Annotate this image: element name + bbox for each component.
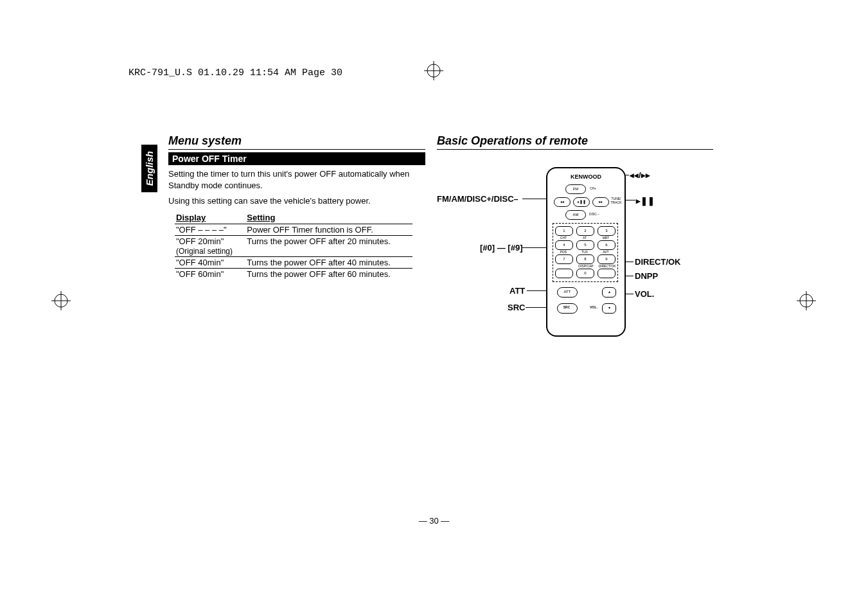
table-row: "OFF – – – –" Power OFF Timer function i… [175, 224, 412, 235]
num-1-button[interactable]: 1 [555, 226, 573, 236]
next-button[interactable]: ▸▸ [592, 197, 609, 207]
disc-minus-label: DISC – [587, 212, 601, 216]
label-5: AT [576, 236, 593, 240]
num-8-button[interactable]: 8 [576, 254, 594, 264]
fm-button[interactable]: FM [565, 184, 586, 194]
num-4-button[interactable]: 4 [555, 240, 573, 250]
section-title-menu-system: Menu system [168, 134, 425, 150]
blank-button[interactable] [555, 269, 573, 278]
vol-up-button[interactable]: ▴ [602, 287, 616, 298]
settings-table: Display Setting "OFF – – – –" Power OFF … [175, 211, 412, 280]
num-3-button[interactable]: 3 [598, 226, 616, 236]
att-button[interactable]: ATT [557, 287, 578, 298]
table-row: "OFF 20min" (Original setting) Turns the… [175, 235, 412, 256]
file-header: KRC-791_U.S 01.10.29 11:54 AM Page 30 [128, 67, 342, 78]
prev-button[interactable]: ◂◂ [554, 197, 571, 207]
direct-ok-button[interactable] [598, 269, 616, 278]
registration-mark-top [424, 61, 443, 80]
direct-label: DIRECT/OK [598, 264, 617, 268]
callout-dnpp: DNPP [635, 271, 658, 281]
label-8: TLN [576, 250, 593, 254]
callout-vol: VOL. [635, 289, 654, 299]
disp-label: DISP/CAP [576, 264, 596, 268]
right-column: Basic Operations of remote [437, 134, 713, 152]
num-7-button[interactable]: 7 [555, 254, 573, 264]
callout-att: ATT [509, 286, 525, 296]
num-2-button[interactable]: 2 [576, 226, 594, 236]
line [522, 199, 548, 199]
cell-display: "OFF 60min" [175, 268, 245, 280]
cell-setting: Turns the power OFF after 40 minutes. [245, 256, 412, 268]
callout-numpad: [#0] — [#9] [480, 243, 522, 253]
cell-display: "OFF 20min" (Original setting) [175, 235, 245, 256]
table-header-setting: Setting [245, 211, 412, 224]
language-tab: English [141, 145, 157, 192]
callout-prev-next: ◂◂/▸▸ [630, 170, 650, 180]
callout-fm-am-disc: FM/AM/DISC+/DISC– [437, 194, 518, 204]
page-number: — 30 — [0, 516, 868, 526]
num-6-button[interactable]: 6 [598, 240, 616, 250]
remote-brand: KENWOOD [547, 173, 624, 180]
num-5-button[interactable]: 5 [576, 240, 594, 250]
am-button[interactable]: AM [565, 210, 586, 220]
remote-body: KENWOOD FM CH+ ◂◂ ▸❚❚ ▸▸ TUNE/ TRACK AM … [546, 167, 626, 337]
label-7: PDS [555, 250, 572, 254]
callout-src: SRC [508, 303, 525, 312]
callout-direct-ok: DIRECT/OK [635, 257, 681, 267]
label-4: CHT [555, 236, 572, 240]
cell-setting: Turns the power OFF after 60 minutes. [245, 268, 412, 280]
cell-display-value: "OFF 20min" [176, 236, 224, 246]
play-pause-button[interactable]: ▸❚❚ [573, 197, 590, 207]
registration-mark-right [797, 291, 816, 310]
label-6: MRT [598, 236, 614, 240]
section-title-remote-ops: Basic Operations of remote [437, 134, 713, 150]
subsection-power-off-timer: Power OFF Timer [168, 152, 425, 165]
paragraph-2: Using this setting can save the vehicle'… [168, 195, 425, 207]
line [522, 247, 548, 248]
num-9-button[interactable]: 9 [598, 254, 616, 264]
cell-setting: Turns the power OFF after 20 minutes. [245, 235, 412, 256]
paragraph-1: Setting the timer to turn this unit's po… [168, 168, 425, 191]
registration-mark-left [51, 291, 71, 310]
table-row: "OFF 60min" Turns the power OFF after 60… [175, 268, 412, 280]
cell-display: "OFF – – – –" [175, 224, 245, 235]
vol-label: VOL. [587, 305, 600, 309]
vol-down-button[interactable]: ▾ [602, 303, 616, 314]
left-column: Menu system Power OFF Timer Setting the … [168, 134, 425, 280]
cell-display: "OFF 40min" [175, 256, 245, 268]
table-header-display: Display [175, 211, 245, 224]
tune-track-label: TUNE/ TRACK [609, 197, 623, 204]
ch-plus-label: CH+ [587, 186, 599, 190]
num-0-button[interactable]: 0 [576, 269, 594, 278]
cell-setting: Power OFF Timer function is OFF. [245, 224, 412, 235]
callout-play-pause: ▸❚❚ [636, 196, 655, 206]
src-label: SRC [562, 305, 571, 309]
label-9: AVT [598, 250, 614, 254]
table-row: "OFF 40min" Turns the power OFF after 40… [175, 256, 412, 268]
remote-diagram: FM/AM/DISC+/DISC– [#0] — [#9] ATT SRC ◂◂… [450, 161, 713, 341]
cell-display-note: (Original setting) [176, 247, 233, 256]
